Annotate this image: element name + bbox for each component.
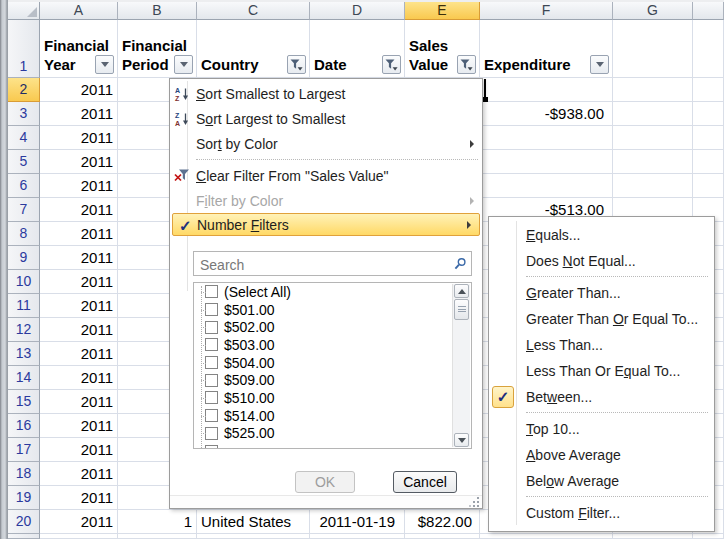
filter-button-financial-year[interactable]	[95, 55, 114, 74]
field-header-expenditure[interactable]: Expenditure	[480, 20, 613, 78]
menu-item-clear-filter[interactable]: Clear Filter From "Sales Value"	[170, 163, 482, 188]
menu-item-sort-by-color[interactable]: Sort by Color	[170, 131, 482, 156]
cell-A3[interactable]: 2011	[40, 102, 118, 126]
field-header-sales-value[interactable]: Sales Value	[405, 20, 480, 78]
checkbox-unchecked[interactable]	[205, 374, 218, 387]
submenu-item-greater-than[interactable]: Greater Than...	[489, 280, 714, 306]
resize-strip[interactable]	[170, 495, 482, 508]
cell-C21[interactable]	[197, 534, 310, 539]
row-header-17[interactable]: 17	[8, 438, 40, 462]
row-header-4[interactable]: 4	[8, 126, 40, 150]
field-header-financial-year[interactable]: Financial Year	[40, 20, 118, 78]
cell-F5[interactable]	[480, 150, 613, 174]
cell-A21[interactable]	[40, 534, 118, 539]
resize-grip-icon[interactable]	[477, 497, 479, 499]
row-header-16[interactable]: 16	[8, 414, 40, 438]
checkbox-unchecked[interactable]	[205, 338, 218, 351]
value-item[interactable]: $501.00	[194, 301, 471, 319]
submenu-item-top-10[interactable]: Top 10...	[489, 416, 714, 442]
cell-A15[interactable]: 2011	[40, 390, 118, 414]
cell-A16[interactable]: 2011	[40, 414, 118, 438]
cell-A9[interactable]: 2011	[40, 246, 118, 270]
row-header-14[interactable]: 14	[8, 366, 40, 390]
submenu-item-custom-filter[interactable]: Custom Filter...	[489, 500, 714, 526]
field-header-financial-period[interactable]: Financial Period	[118, 20, 197, 78]
cell-A14[interactable]: 2011	[40, 366, 118, 390]
cell-F4[interactable]	[480, 126, 613, 150]
cell-A8[interactable]: 2011	[40, 222, 118, 246]
column-header-B[interactable]: B	[118, 2, 197, 20]
submenu-item-less-than[interactable]: Less Than...	[489, 332, 714, 358]
value-item-select-all[interactable]: (Select All)	[194, 283, 471, 301]
cell-G21[interactable]	[613, 534, 693, 539]
row-header-20[interactable]: 20	[8, 510, 40, 534]
row-header-19[interactable]: 19	[8, 486, 40, 510]
row-header-6[interactable]: 6	[8, 174, 40, 198]
ok-button[interactable]: OK	[295, 471, 355, 493]
search-icon[interactable]	[453, 257, 467, 274]
cell-A13[interactable]: 2011	[40, 342, 118, 366]
cell-A18[interactable]: 2011	[40, 462, 118, 486]
list-scrollbar[interactable]	[452, 284, 470, 447]
row-header-13[interactable]: 13	[8, 342, 40, 366]
row-header-12[interactable]: 12	[8, 318, 40, 342]
submenu-item-equals[interactable]: Equals...	[489, 222, 714, 248]
cell-G6[interactable]	[613, 174, 693, 198]
select-all-corner[interactable]	[8, 2, 40, 20]
submenu-item-does-not-equal[interactable]: Does Not Equal...	[489, 248, 714, 274]
cell-H5[interactable]	[693, 150, 724, 174]
value-item[interactable]: $503.00	[194, 336, 471, 354]
column-header-E[interactable]: E	[405, 2, 480, 20]
checkbox-unchecked[interactable]	[205, 303, 218, 316]
cell-C20[interactable]: United States	[197, 510, 310, 534]
cell-A20[interactable]: 2011	[40, 510, 118, 534]
scrollbar-thumb[interactable]	[454, 299, 469, 320]
cell-H2[interactable]	[693, 78, 724, 102]
cell-A11[interactable]: 2011	[40, 294, 118, 318]
value-item[interactable]: $502.00	[194, 318, 471, 336]
checkbox-unchecked[interactable]	[205, 427, 218, 440]
cell-A6[interactable]: 2011	[40, 174, 118, 198]
value-item[interactable]: $514.00	[194, 407, 471, 425]
filter-button-financial-period[interactable]	[174, 55, 193, 74]
row-header-21[interactable]	[8, 534, 40, 539]
checkbox-unchecked[interactable]	[205, 409, 218, 422]
filter-button-country[interactable]	[287, 55, 306, 74]
selection-fill-handle[interactable]	[483, 97, 488, 102]
column-header-G[interactable]: G	[613, 2, 693, 20]
cell-G5[interactable]	[613, 150, 693, 174]
cell-E21[interactable]	[405, 534, 480, 539]
submenu-item-less-than-or-equal-to[interactable]: Less Than Or Equal To...	[489, 358, 714, 384]
cell-A19[interactable]: 2011	[40, 486, 118, 510]
row-header-18[interactable]: 18	[8, 462, 40, 486]
field-header-empty-g[interactable]	[613, 20, 693, 78]
checkbox-unchecked[interactable]	[205, 391, 218, 404]
field-header-date[interactable]: Date	[310, 20, 405, 78]
cell-G2[interactable]	[613, 78, 693, 102]
field-header-empty-h[interactable]	[693, 20, 724, 78]
cell-F3[interactable]: -$938.00	[480, 102, 613, 126]
value-item[interactable]: $510.00	[194, 389, 471, 407]
cell-H3[interactable]	[693, 102, 724, 126]
row-header-11[interactable]: 11	[8, 294, 40, 318]
row-header-7[interactable]: 7	[8, 198, 40, 222]
submenu-item-greater-than-or-equal-to[interactable]: Greater Than Or Equal To...	[489, 306, 714, 332]
checkbox-unchecked[interactable]	[205, 445, 218, 449]
menu-item-number-filters[interactable]: ✓ Number Filters	[172, 213, 480, 236]
row-header-1[interactable]: 1	[8, 20, 40, 78]
cell-B20[interactable]: 1	[118, 510, 197, 534]
row-header-3[interactable]: 3	[8, 102, 40, 126]
scroll-up-button[interactable]	[454, 284, 469, 298]
row-header-9[interactable]: 9	[8, 246, 40, 270]
filter-button-date[interactable]	[382, 55, 401, 74]
filter-button-sales-value[interactable]	[457, 55, 476, 74]
value-item-partial[interactable]	[194, 442, 471, 449]
value-item[interactable]: $504.00	[194, 354, 471, 372]
cell-E20[interactable]: $822.00	[405, 510, 480, 534]
checkbox-unchecked[interactable]	[205, 285, 218, 298]
row-header-5[interactable]: 5	[8, 150, 40, 174]
cell-A5[interactable]: 2011	[40, 150, 118, 174]
row-header-8[interactable]: 8	[8, 222, 40, 246]
submenu-item-above-average[interactable]: Above Average	[489, 442, 714, 468]
column-header-A[interactable]: A	[40, 2, 118, 20]
